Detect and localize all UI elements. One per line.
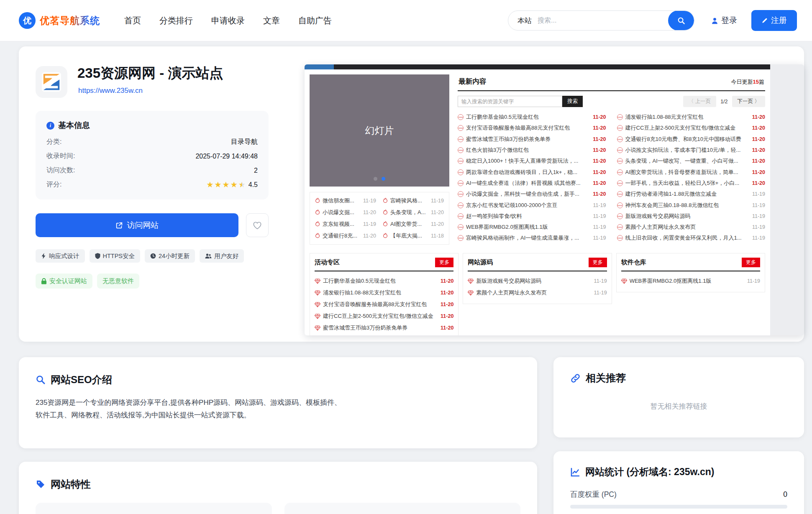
login-link[interactable]: 登录: [711, 15, 737, 26]
list-item: new 建行CC豆上架2-500元支付宝红包/微信立减金 11-20: [617, 123, 766, 133]
item-date: 11-20: [593, 169, 606, 175]
brand[interactable]: 优 优茗导航系统: [19, 12, 100, 29]
info-row: 访问次数: 2: [46, 166, 258, 175]
list-item: new 交通银行8充10元电费、和8充10元中国移动话费 11-20: [617, 134, 766, 145]
list-item: new WEB界面RMBG2.0抠图离线1.1版 11-19: [458, 222, 606, 233]
search-scope-select[interactable]: 本站: [508, 16, 538, 26]
list-item: new 两款靠谱全自动游戏搬砖项目，日入1k+，稳... 11-20: [458, 166, 606, 177]
section-title: 软件仓库: [621, 258, 646, 266]
star-icon: ★: [207, 181, 214, 189]
site-screenshot-thumbnail[interactable]: 幻灯片 微信朋友圈...: [305, 64, 804, 335]
login-label: 登录: [721, 15, 737, 26]
star-icon: ★: [215, 181, 222, 189]
item-title: 浦发银行抽1.08-88元支付宝红包: [625, 113, 750, 121]
section-activities: 活动专区 更多 工行鹏华基金抽0.5元现金红包 11-20: [310, 253, 459, 335]
item-title: 京东小红书发笔记领1000-2000个京豆: [466, 202, 590, 209]
section-items: WEB界面RMBG2.0抠图离线1.1版 11-19: [621, 275, 760, 287]
list-item: new AI图文带货玩法，抖音母婴赛道新玩法，简单... 11-20: [617, 166, 766, 177]
item-date: 11-19: [752, 213, 765, 219]
search-input[interactable]: [538, 17, 668, 24]
item-title: 工行鹏华基金抽0.5元现金红包: [466, 113, 590, 121]
stats-header: 网站统计 (分析域名: 235w.cn): [570, 465, 787, 478]
shield-icon: [95, 253, 100, 259]
item-title: 建行CC豆上架2-500元支付宝红包/微信立减金: [323, 312, 438, 320]
tag-label: 无恶意软件: [102, 277, 134, 285]
new-badge-icon: new: [617, 125, 623, 131]
section-source-code: 网站源码 更多 新版游戏账号交易网站源码 11-19: [463, 253, 612, 304]
brand-logo-icon: 优: [19, 12, 36, 29]
heart-icon: [253, 221, 262, 230]
item-title: 建行劳动者港湾抽1-1.88元微信立减金: [625, 190, 750, 198]
hot-link-title: 小说爆文掘...: [323, 209, 361, 216]
nav-item[interactable]: 申请收录: [211, 15, 245, 26]
item-date: 11-20: [752, 147, 765, 153]
list-item: 支付宝语音唤醒服务抽最高88元支付宝红包 11-20: [315, 299, 453, 310]
search-button[interactable]: [668, 10, 694, 31]
item-title: 一部手机，当天出收益，轻松日入5张+，小白...: [625, 179, 750, 187]
list-item: new 工行鹏华基金抽0.5元现金红包 11-20: [458, 112, 606, 123]
nav-item[interactable]: 首页: [124, 15, 141, 26]
flame-icon: [315, 221, 320, 227]
page-title: 235资源网网 - 演示站点: [77, 64, 223, 83]
item-date: 11-19: [593, 224, 606, 230]
item-title: 小说爆文掘金，黑科技一键全自动生成，新手...: [466, 190, 590, 198]
brand-name: 优茗导航系统: [40, 14, 100, 27]
list-item: new 神州车友会周三抽0.18-88.8元微信红包 11-19: [617, 199, 766, 210]
item-date: 11-19: [747, 278, 760, 284]
next-page-button: 下一页 〉: [732, 96, 765, 107]
nav-item[interactable]: 自助广告: [298, 15, 332, 26]
list-item: new 一部手机，当天出收益，轻松日入5张+，小白... 11-20: [617, 178, 766, 189]
search-icon: [36, 375, 46, 385]
slideshow: 幻灯片: [310, 74, 449, 187]
basic-info-title: 基本信息: [58, 120, 90, 131]
new-badge-icon: new: [617, 158, 623, 164]
register-button[interactable]: 注册: [751, 10, 797, 31]
list-item: new 支付宝语音唤醒服务抽最高88元支付宝红包 11-20: [458, 123, 606, 133]
favorite-button[interactable]: [246, 213, 269, 237]
more-button: 更多: [435, 258, 453, 267]
item-date: 11-19: [593, 235, 606, 241]
screenshot-gutter: [770, 64, 804, 335]
visit-site-button[interactable]: 访问网站: [36, 213, 238, 237]
hot-link-title: 宫崎骏风格...: [390, 197, 429, 205]
nav-item[interactable]: 分类排行: [159, 15, 193, 26]
new-badge-icon: new: [458, 147, 464, 153]
new-badge-icon: new: [458, 136, 464, 142]
section-items: 工行鹏华基金抽0.5元现金红包 11-20 浦发银行抽1.08-88元支付宝红包…: [315, 275, 453, 334]
flame-icon: [383, 210, 388, 215]
slideshow-dot: [374, 177, 377, 181]
feature-boxes: 界面简洁 资源丰富: [36, 503, 520, 514]
site-url-link[interactable]: https://www.235w.cn: [78, 87, 143, 95]
new-badge-icon: new: [617, 114, 623, 120]
new-badge-icon: new: [458, 235, 464, 241]
site-search: 本站: [508, 10, 694, 31]
item-date: 11-19: [593, 202, 606, 208]
item-title: 新版游戏账号交易网站源码: [476, 277, 591, 285]
hot-link-title: AI图文带货...: [390, 220, 429, 228]
slideshow-label: 幻灯片: [365, 124, 394, 137]
flame-icon: [383, 198, 388, 204]
nav-item[interactable]: 文章: [263, 15, 280, 26]
item-title: 神州车友会周三抽0.18-88.8元微信红包: [625, 202, 750, 209]
gem-icon: [315, 325, 320, 331]
screenshot-body: 幻灯片 微信朋友圈...: [305, 69, 770, 335]
star-icon: ★: [238, 181, 246, 189]
item-title: 工行鹏华基金抽0.5元现金红包: [323, 277, 438, 285]
resource-search-input: [458, 96, 562, 107]
item-date: 11-20: [441, 290, 453, 296]
item-title: 头条变现，AI一键改写、一键查重、小白可做...: [625, 157, 750, 165]
new-badge-icon: new: [458, 213, 464, 219]
bolt-icon: [41, 253, 46, 259]
list-item: 建行CC豆上架2-500元支付宝红包/微信立减金 11-20: [315, 310, 453, 322]
hot-link-item: AI图文带货... 11-20: [383, 220, 444, 228]
item-date: 11-20: [593, 114, 606, 120]
item-date: 11-20: [441, 278, 453, 284]
section-title: 活动专区: [315, 258, 340, 266]
site-logo: [36, 66, 67, 98]
item-title: 稳定日入1000+！快手无人直播带货新玩法，...: [466, 157, 590, 165]
tag-https: HTTPS安全: [90, 249, 141, 263]
related-header: 相关推荐: [570, 371, 787, 385]
latest-list-left: new 工行鹏华基金抽0.5元现金红包 11-20 new 支付宝语音唤醒服务抽…: [458, 112, 606, 244]
main-nav: 首页分类排行申请收录文章自助广告: [124, 15, 332, 26]
new-badge-icon: new: [617, 191, 623, 197]
